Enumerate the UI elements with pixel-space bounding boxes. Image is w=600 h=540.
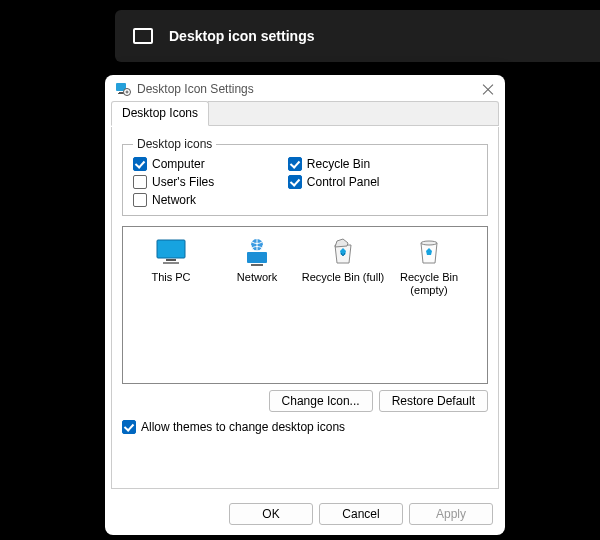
dialog-title: Desktop Icon Settings — [137, 82, 254, 96]
tab-panel: Desktop icons Computer User's Files Netw… — [111, 127, 499, 489]
svg-point-11 — [421, 241, 437, 245]
icon-label: Network — [237, 271, 277, 283]
check-icon — [133, 193, 147, 207]
checkbox-label: Recycle Bin — [307, 157, 370, 171]
desktop-icons-group: Desktop icons Computer User's Files Netw… — [122, 137, 488, 216]
checkbox-label: Computer — [152, 157, 205, 171]
recycle-bin-full-icon — [326, 237, 360, 267]
checkbox-computer[interactable]: Computer — [133, 157, 288, 171]
recycle-bin-empty-icon — [412, 237, 446, 267]
check-icon — [288, 157, 302, 171]
preview-this-pc[interactable]: This PC — [129, 237, 213, 297]
svg-rect-7 — [163, 262, 179, 264]
checkbox-control-panel[interactable]: Control Panel — [288, 175, 477, 189]
cancel-button[interactable]: Cancel — [319, 503, 403, 525]
restore-default-button[interactable]: Restore Default — [379, 390, 488, 412]
checkbox-label: Control Panel — [307, 175, 380, 189]
tab-desktop-icons[interactable]: Desktop Icons — [111, 101, 209, 126]
checkbox-label: Network — [152, 193, 196, 207]
svg-rect-4 — [157, 240, 185, 258]
display-settings-icon — [115, 81, 131, 97]
checkbox-recycle-bin[interactable]: Recycle Bin — [288, 157, 477, 171]
network-icon — [240, 237, 274, 267]
checkbox-label: User's Files — [152, 175, 214, 189]
preview-recycle-bin-full[interactable]: Recycle Bin (full) — [301, 237, 385, 297]
this-pc-icon — [154, 237, 188, 267]
check-icon — [122, 420, 136, 434]
icon-preview-box: This PC Network — [122, 226, 488, 384]
checkbox-users-files[interactable]: User's Files — [133, 175, 288, 189]
checkbox-label: Allow themes to change desktop icons — [141, 420, 345, 434]
icon-label: Recycle Bin (full) — [302, 271, 385, 283]
check-icon — [288, 175, 302, 189]
svg-rect-6 — [166, 259, 176, 261]
banner-title: Desktop icon settings — [169, 28, 314, 44]
dialog-footer: OK Cancel Apply — [105, 495, 505, 535]
svg-rect-2 — [118, 93, 124, 94]
ok-button[interactable]: OK — [229, 503, 313, 525]
check-icon — [133, 157, 147, 171]
icon-label: Recycle Bin (empty) — [400, 271, 458, 296]
svg-rect-10 — [251, 264, 263, 266]
settings-banner: Desktop icon settings — [115, 10, 600, 62]
desktop-icon-settings-dialog: Desktop Icon Settings Desktop Icons Desk… — [105, 75, 505, 535]
checkbox-network[interactable]: Network — [133, 193, 288, 207]
title-bar: Desktop Icon Settings — [105, 75, 505, 101]
icon-buttons-row: Change Icon... Restore Default — [122, 390, 488, 412]
preview-network[interactable]: Network — [215, 237, 299, 297]
apply-button[interactable]: Apply — [409, 503, 493, 525]
preview-recycle-bin-empty[interactable]: Recycle Bin (empty) — [387, 237, 471, 297]
monitor-icon — [133, 28, 153, 44]
tab-strip: Desktop Icons — [105, 101, 505, 127]
group-legend: Desktop icons — [133, 137, 216, 151]
change-icon-button[interactable]: Change Icon... — [269, 390, 373, 412]
close-icon[interactable] — [481, 82, 495, 96]
tab-strip-filler — [208, 101, 499, 126]
icon-label: This PC — [151, 271, 190, 283]
checkbox-allow-themes[interactable]: Allow themes to change desktop icons — [122, 420, 345, 434]
check-icon — [133, 175, 147, 189]
svg-rect-1 — [119, 92, 123, 93]
svg-rect-9 — [247, 252, 267, 263]
